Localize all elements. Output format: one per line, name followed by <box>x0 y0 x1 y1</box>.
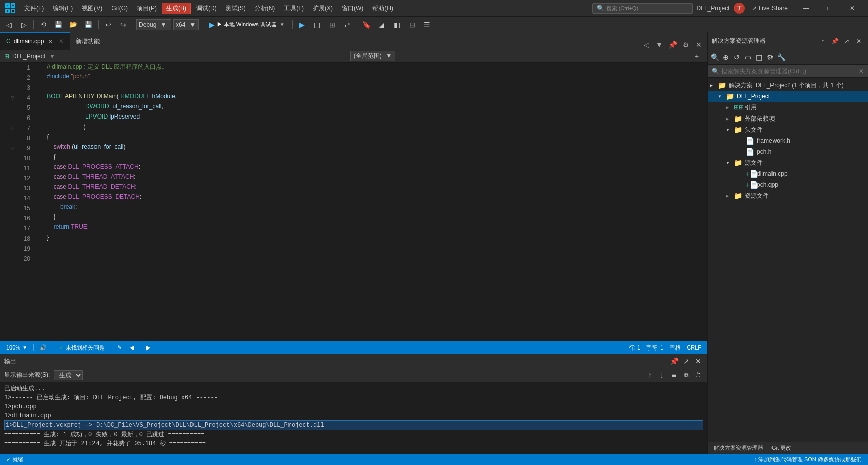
toolbar-bookmark2[interactable]: ◪ <box>375 19 389 30</box>
git-changes-tab[interactable]: Git 更改 <box>769 444 793 452</box>
search-box[interactable]: 🔍 搜索 (Ctrl+Q) <box>592 3 693 14</box>
code-line-20: 20 <box>0 254 707 264</box>
tree-dllmain-cpp[interactable]: ▶ +📄 dllmain.cpp <box>708 168 868 179</box>
panel-pin[interactable]: 📌 <box>666 40 679 50</box>
panel-search-btn[interactable]: ↑ <box>818 36 828 46</box>
code-editor[interactable]: 1 // dllmain.cpp : 定义 DLL 应用程序的入口点。 2 #i… <box>0 63 707 341</box>
debug-config-dropdown[interactable]: Debug ▼ <box>136 19 171 30</box>
output-copy[interactable]: ⧉ <box>681 370 691 380</box>
spaces-indicator[interactable]: 空格 <box>667 344 683 352</box>
source-icon: 📁 <box>734 159 743 167</box>
sound-icon-item[interactable]: 🔊 <box>38 344 49 351</box>
output-close-btn[interactable]: ✕ <box>693 356 703 366</box>
output-scroll-down[interactable]: ↓ <box>657 370 667 380</box>
menu-git[interactable]: Git(G) <box>107 4 132 13</box>
sol-search-icon-btn[interactable]: 🔍 <box>710 52 720 62</box>
run-icon-btn[interactable]: ▶ <box>296 19 309 30</box>
editor-add-btn[interactable]: + <box>690 51 703 62</box>
sol-filter-btn[interactable]: ◱ <box>754 52 764 62</box>
menu-bar: 文件(F) 编辑(E) 视图(V) Git(G) 项目(P) 生成(B) 调试(… <box>20 3 592 14</box>
toolbar-btn-extra1[interactable]: ◫ <box>311 19 324 30</box>
toolbar-bookmark5[interactable]: ☰ <box>421 19 434 30</box>
toolbar-btn-extra2[interactable]: ⊞ <box>326 19 339 30</box>
sol-config-btn[interactable]: ⚙ <box>765 52 775 62</box>
tree-framework-h[interactable]: ▶ 📄 framework.h <box>708 135 868 146</box>
menu-window[interactable]: 窗口(W) <box>338 3 367 14</box>
tree-headers[interactable]: ▼ 📁 头文件 <box>708 124 868 135</box>
toolbar-open[interactable]: 📂 <box>67 19 80 30</box>
output-scroll-up[interactable]: ↑ <box>645 370 655 380</box>
tree-project[interactable]: ▼ 📁 DLL_Project <box>708 91 868 102</box>
output-line-2: 1>------ 已启动生成: 项目: DLL_Project, 配置: Deb… <box>4 393 703 402</box>
platform-dropdown[interactable]: x64 ▼ <box>173 19 199 30</box>
panel-close[interactable]: ✕ <box>692 40 705 50</box>
panel-float-btn[interactable]: ↗ <box>842 36 852 46</box>
tree-references[interactable]: ▶ ⊞⊞ 引用 <box>708 102 868 113</box>
scope-selector[interactable]: (全局范围) ▼ <box>350 51 395 61</box>
menu-debug[interactable]: 调试(D) <box>192 3 221 14</box>
panel-pin-btn[interactable]: 📌 <box>830 36 840 46</box>
tab-scroll-left[interactable]: ◁ <box>640 40 653 50</box>
output-content[interactable]: 已启动生成... 1>------ 已启动生成: 项目: DLL_Project… <box>0 382 707 454</box>
toolbar-bookmark3[interactable]: ◧ <box>391 19 404 30</box>
output-wrap[interactable]: ≡ <box>669 370 679 380</box>
status-ready[interactable]: ✓ 就绪 <box>4 456 25 463</box>
tab-label: dllmain.cpp <box>14 38 44 45</box>
run-button[interactable]: ▶ ▶ 本地 Windows 调试器 ▼ <box>205 20 289 30</box>
toolbar-undo[interactable]: ⟲ <box>37 19 50 30</box>
menu-test[interactable]: 测试(S) <box>222 3 250 14</box>
menu-file[interactable]: 文件(F) <box>20 3 48 14</box>
encoding-indicator[interactable]: CRLF <box>685 344 703 351</box>
output-time[interactable]: ⏱ <box>693 370 703 380</box>
tree-pch-h[interactable]: ▶ 📄 pch.h <box>708 146 868 157</box>
nav-prev[interactable]: ◀ <box>128 344 136 351</box>
close-button[interactable]: ✕ <box>841 0 864 16</box>
panel-settings[interactable]: ⚙ <box>679 40 692 50</box>
menu-project[interactable]: 项目(P) <box>133 3 161 14</box>
panel-close-btn[interactable]: ✕ <box>854 36 864 46</box>
menu-help[interactable]: 帮助(H) <box>368 3 397 14</box>
toolbar-undo2[interactable]: ↩ <box>102 19 115 30</box>
menu-build[interactable]: 生成(B) <box>162 3 191 14</box>
menu-edit[interactable]: 编辑(E) <box>49 3 77 14</box>
tree-solution-root[interactable]: ▶ 📁 解决方案 'DLL_Project' (1 个项目，共 1 个) <box>708 80 868 91</box>
tree-resources[interactable]: ▶ 📁 资源文件 <box>708 190 868 201</box>
no-issues-item[interactable]: ✓ 未找到相关问题 <box>57 344 107 352</box>
tree-pch-cpp[interactable]: ▶ +📄 pch.cpp <box>708 179 868 190</box>
sol-exp-tab[interactable]: 解决方案资源管理器 <box>712 444 765 452</box>
live-share-button[interactable]: ↗ Live Share <box>749 4 791 13</box>
output-float-btn[interactable]: ↗ <box>681 356 691 366</box>
tree-external-deps[interactable]: ▶ 📁 外部依赖项 <box>708 113 868 124</box>
output-pin-btn[interactable]: 📌 <box>669 356 679 366</box>
menu-view[interactable]: 视图(V) <box>78 3 106 14</box>
toolbar-save[interactable]: 💾 <box>82 19 95 30</box>
menu-analyze[interactable]: 分析(N) <box>251 3 279 14</box>
nav-edit[interactable]: ✎ <box>115 344 124 351</box>
tree-source-files[interactable]: ▼ 📁 源文件 <box>708 157 868 168</box>
output-source-select[interactable]: 生成 <box>54 370 83 380</box>
menu-extensions[interactable]: 扩展(X) <box>309 3 337 14</box>
toolbar-btn-extra3[interactable]: ⇄ <box>341 19 354 30</box>
panel-search-clear[interactable]: ✕ <box>859 68 864 75</box>
sol-new-btn[interactable]: ⊕ <box>721 52 731 62</box>
toolbar-back[interactable]: ◁ <box>2 19 15 30</box>
zoom-level[interactable]: 100% ▼ <box>4 344 29 351</box>
nav-next[interactable]: ▶ <box>144 344 152 351</box>
tab-new-features[interactable]: 新增功能 <box>70 32 106 50</box>
sol-refresh-btn[interactable]: ↺ <box>732 52 742 62</box>
panel-search-input[interactable] <box>721 68 859 75</box>
tab-close-dllmain[interactable]: ✕ <box>47 38 54 45</box>
toolbar-save-all[interactable]: 💾 <box>52 19 65 30</box>
toolbar-redo[interactable]: ↪ <box>117 19 130 30</box>
toolbar-bookmark[interactable]: 🔖 <box>360 19 373 30</box>
minimize-button[interactable]: — <box>795 0 818 16</box>
add-source-control[interactable]: ↑ 添加到源代码管理 SON @多媒协成那些们 <box>752 456 864 463</box>
toolbar-forward[interactable]: ▷ <box>17 19 30 30</box>
tab-dllmain[interactable]: C dllmain.cpp ✕ ✕ <box>0 32 70 50</box>
sol-collapse-btn[interactable]: ▭ <box>743 52 753 62</box>
toolbar-bookmark4[interactable]: ⊟ <box>406 19 419 30</box>
restore-button[interactable]: □ <box>818 0 841 16</box>
menu-tools[interactable]: 工具(L) <box>280 3 308 14</box>
sol-wrench-btn[interactable]: 🔧 <box>776 52 786 62</box>
tab-dropdown[interactable]: ▼ <box>653 40 666 50</box>
